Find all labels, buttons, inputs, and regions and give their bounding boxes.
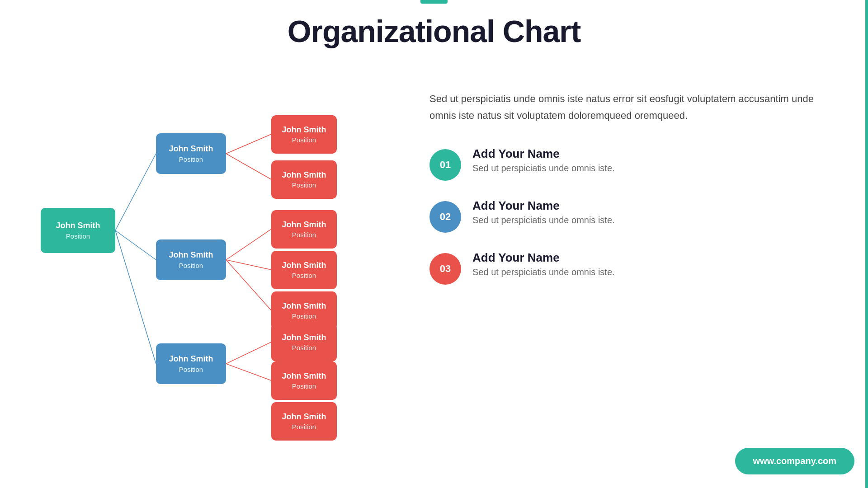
svg-line-9 [226, 364, 271, 380]
svg-line-7 [226, 260, 271, 310]
right-panel: Sed ut perspiciatis unde omnis iste natu… [429, 90, 814, 303]
leaf-node-2: John Smith Position [271, 160, 337, 199]
svg-line-8 [226, 342, 271, 364]
list-title-2: Add Your Name [472, 199, 615, 213]
list-circle-2: 02 [429, 201, 461, 233]
list-subtitle-2: Sed ut perspiciatis unde omnis iste. [472, 215, 615, 225]
list-item-3: 03 Add Your Name Sed ut perspiciatis und… [429, 251, 814, 285]
right-border-accent [865, 0, 868, 488]
svg-line-0 [115, 154, 156, 230]
svg-line-6 [226, 260, 271, 270]
list-subtitle-1: Sed ut perspiciatis unde omnis iste. [472, 163, 615, 174]
footer-url: www.company.com [735, 448, 854, 474]
svg-line-1 [115, 230, 156, 260]
mid-node-3: John Smith Position [156, 343, 226, 384]
list-item-1: 01 Add Your Name Sed ut perspiciatis und… [429, 147, 814, 181]
svg-line-2 [115, 230, 156, 364]
list-title-3: Add Your Name [472, 251, 615, 265]
list-content-2: Add Your Name Sed ut perspiciatis unde o… [472, 199, 615, 225]
org-chart: John Smith Position John Smith Position … [36, 63, 407, 443]
list-title-1: Add Your Name [472, 147, 615, 161]
list-content-3: Add Your Name Sed ut perspiciatis unde o… [472, 251, 615, 277]
leaf-node-6: John Smith Position [271, 323, 337, 361]
svg-line-4 [226, 154, 271, 179]
svg-line-5 [226, 229, 271, 260]
list-item-2: 02 Add Your Name Sed ut perspiciatis und… [429, 199, 814, 233]
description-text: Sed ut perspiciatis unde omnis iste natu… [429, 90, 814, 124]
top-accent-bar [420, 0, 448, 4]
root-node: John Smith Position [41, 208, 115, 253]
leaf-node-3: John Smith Position [271, 210, 337, 249]
leaf-node-1: John Smith Position [271, 115, 337, 154]
leaf-node-8: John Smith Position [271, 402, 337, 441]
mid-node-2: John Smith Position [156, 239, 226, 280]
leaf-node-7: John Smith Position [271, 361, 337, 400]
list-circle-1: 01 [429, 149, 461, 181]
list-subtitle-3: Sed ut perspiciatis unde omnis iste. [472, 267, 615, 277]
leaf-node-4: John Smith Position [271, 251, 337, 289]
page-title: Organizational Chart [288, 14, 581, 49]
list-circle-3: 03 [429, 253, 461, 285]
mid-node-1: John Smith Position [156, 133, 226, 174]
list-content-1: Add Your Name Sed ut perspiciatis unde o… [472, 147, 615, 174]
svg-line-3 [226, 134, 271, 154]
